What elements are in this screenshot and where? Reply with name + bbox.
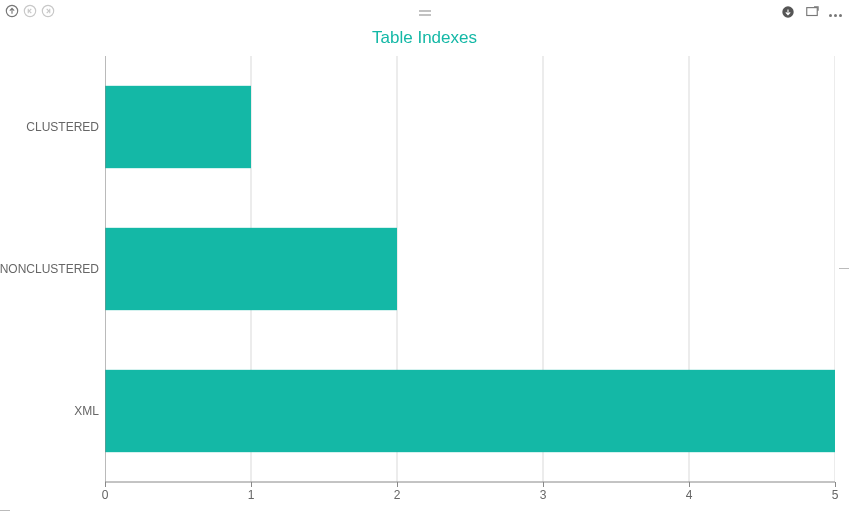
x-tick-label: 5 bbox=[832, 488, 839, 502]
toolbar-left-group bbox=[4, 3, 56, 19]
edge-mark-r bbox=[839, 268, 849, 269]
x-tick bbox=[689, 482, 690, 487]
arrow-down-circle-icon[interactable] bbox=[780, 4, 796, 20]
chart-title: Table Indexes bbox=[0, 28, 849, 48]
y-tick-label: XML bbox=[74, 404, 99, 418]
y-tick-label: CLUSTERED bbox=[26, 120, 99, 134]
arrow-up-circle-icon[interactable] bbox=[4, 3, 20, 19]
x-tick bbox=[397, 482, 398, 487]
more-options-icon[interactable] bbox=[828, 3, 843, 21]
focus-mode-icon[interactable] bbox=[804, 4, 820, 20]
bar-clustered[interactable] bbox=[105, 86, 251, 168]
x-tick bbox=[251, 482, 252, 487]
skip-forward-circle-icon bbox=[40, 3, 56, 19]
chart-area: CLUSTEREDNONCLUSTEREDXML 012345 bbox=[0, 52, 849, 500]
skip-back-circle-icon bbox=[22, 3, 38, 19]
x-tick bbox=[543, 482, 544, 487]
x-tick-label: 0 bbox=[102, 488, 109, 502]
x-tick bbox=[835, 482, 836, 487]
x-tick-label: 1 bbox=[248, 488, 255, 502]
plot-svg bbox=[105, 52, 835, 500]
x-tick bbox=[105, 482, 106, 487]
bar-nonclustered[interactable] bbox=[105, 228, 397, 310]
svg-rect-6 bbox=[807, 8, 818, 16]
y-axis-labels: CLUSTEREDNONCLUSTEREDXML bbox=[0, 52, 105, 500]
drag-handle-icon[interactable] bbox=[417, 4, 433, 22]
corner-mark-bl bbox=[0, 510, 10, 511]
x-tick-label: 3 bbox=[540, 488, 547, 502]
y-tick-label: NONCLUSTERED bbox=[0, 262, 99, 276]
chart-toolbar bbox=[0, 0, 849, 22]
toolbar-right-group bbox=[780, 3, 843, 21]
x-tick-label: 2 bbox=[394, 488, 401, 502]
x-axis-labels: 012345 bbox=[105, 488, 835, 508]
bar-xml[interactable] bbox=[105, 370, 835, 452]
svg-point-1 bbox=[24, 5, 35, 16]
svg-point-2 bbox=[42, 5, 53, 16]
x-tick-label: 4 bbox=[686, 488, 693, 502]
